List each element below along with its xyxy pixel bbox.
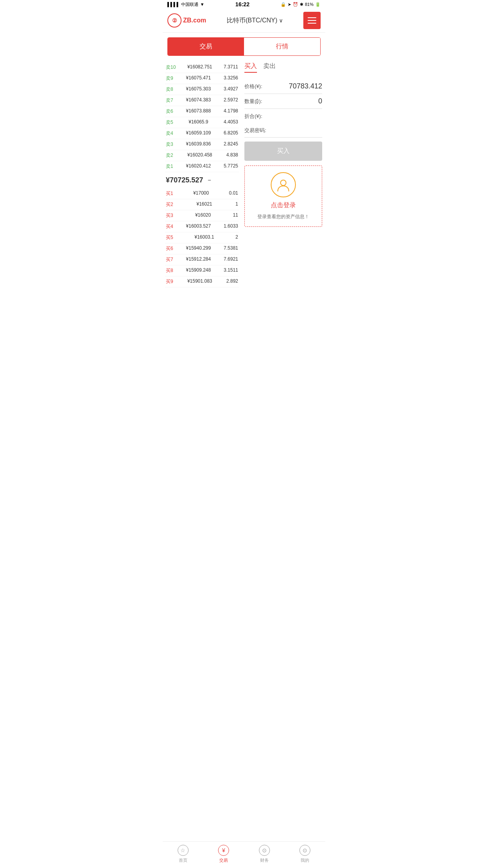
buy-sell-tabs: 买入 卖出 xyxy=(244,62,322,75)
status-bar: ▌▌▌▌ 中国联通 ▼ 16:22 🔒 ➤ ⏰ ✱ 81% 🔋 xyxy=(163,0,325,9)
buy-button[interactable]: 买入 xyxy=(244,142,322,161)
user-avatar-icon xyxy=(271,172,296,197)
svg-point-0 xyxy=(281,180,286,186)
carrier-label: 中国联通 xyxy=(181,2,198,7)
tab-sell[interactable]: 卖出 xyxy=(263,62,276,73)
buy-orders: 买1 ¥17000 0.01 买2 ¥16021 1 买3 ¥16020 11 … xyxy=(165,188,239,287)
header-title[interactable]: 比特币(BTC/CNY) ∨ xyxy=(227,17,283,25)
logo-circle: ② xyxy=(167,13,182,28)
battery-icon: 🔋 xyxy=(315,2,321,7)
login-prompt[interactable]: 点击登录 登录查看您的资产信息！ xyxy=(244,166,322,227)
current-price: ¥70725.527 xyxy=(166,176,203,184)
alarm-icon: ⏰ xyxy=(293,2,298,7)
sell-order-row[interactable]: 卖4 ¥16059.109 6.8205 xyxy=(165,128,239,139)
zhehe-label: 折合(¥): xyxy=(244,113,262,120)
lock-icon: 🔒 xyxy=(281,2,286,7)
sell-order-row[interactable]: 卖8 ¥16075.303 3.4927 xyxy=(165,84,239,95)
password-field[interactable]: 交易密码: xyxy=(244,124,322,138)
sell-order-row[interactable]: 卖5 ¥16065.9 4.4053 xyxy=(165,117,239,128)
buy-order-row[interactable]: 买7 ¥15912.284 7.6921 xyxy=(165,254,239,265)
status-time: 16:22 xyxy=(235,1,250,7)
tab-buy[interactable]: 买入 xyxy=(244,62,257,73)
status-left: ▌▌▌▌ 中国联通 ▼ xyxy=(167,2,204,7)
qty-field[interactable]: 数量(₿): 0 xyxy=(244,94,322,109)
qty-value: 0 xyxy=(318,97,322,105)
price-label: 价格(¥): xyxy=(244,83,262,90)
buy-order-row[interactable]: 买9 ¥15901.083 2.892 xyxy=(165,276,239,287)
chevron-down-icon: ∨ xyxy=(279,17,283,24)
password-label: 交易密码: xyxy=(244,127,266,134)
sell-order-row[interactable]: 卖1 ¥16020.412 5.7725 xyxy=(165,161,239,172)
tab-trade[interactable]: 交易 xyxy=(168,38,244,55)
main-content: 卖10 ¥16082.751 7.3711 卖9 ¥16075.471 3.32… xyxy=(163,61,325,289)
buy-order-row[interactable]: 买4 ¥16003.527 1.6033 xyxy=(165,221,239,232)
app-header: ② ZB.com 比特币(BTC/CNY) ∨ xyxy=(163,9,325,33)
zhehe-field: 折合(¥): xyxy=(244,109,322,124)
qty-label: 数量(₿): xyxy=(244,98,262,105)
menu-line-1 xyxy=(308,17,316,18)
sell-order-row[interactable]: 卖9 ¥16075.471 3.3256 xyxy=(165,73,239,84)
logo: ② ZB.com xyxy=(167,13,206,28)
signal-icon: ▌▌▌▌ xyxy=(167,2,180,7)
sell-orders: 卖10 ¥16082.751 7.3711 卖9 ¥16075.471 3.32… xyxy=(165,62,239,172)
trade-panel: 买入 卖出 价格(¥): 70783.412 数量(₿): 0 折合(¥): xyxy=(241,61,325,289)
pair-label: 比特币(BTC/CNY) xyxy=(227,17,277,25)
sell-order-row[interactable]: 卖10 ¥16082.751 7.3711 xyxy=(165,62,239,73)
logo-text: ZB.com xyxy=(183,17,206,24)
buy-order-row[interactable]: 买1 ¥17000 0.01 xyxy=(165,188,239,199)
menu-line-2 xyxy=(308,20,316,21)
price-change-indicator: － xyxy=(206,176,213,184)
login-sub-text: 登录查看您的资产信息！ xyxy=(257,213,309,220)
battery-label: 81% xyxy=(305,2,314,7)
sell-order-row[interactable]: 卖7 ¥16074.383 2.5972 xyxy=(165,95,239,106)
buy-order-row[interactable]: 买2 ¥16021 1 xyxy=(165,199,239,210)
buy-order-row[interactable]: 买5 ¥16003.1 2 xyxy=(165,232,239,243)
tab-market[interactable]: 行情 xyxy=(244,38,320,55)
status-right: 🔒 ➤ ⏰ ✱ 81% 🔋 xyxy=(281,2,321,7)
location-icon: ➤ xyxy=(288,2,291,7)
bluetooth-icon: ✱ xyxy=(300,2,303,7)
buy-order-row[interactable]: 买3 ¥16020 11 xyxy=(165,210,239,221)
menu-button[interactable] xyxy=(303,12,321,29)
main-tab-bar: 交易 行情 xyxy=(167,37,321,56)
sell-order-row[interactable]: 卖6 ¥16073.888 4.1798 xyxy=(165,106,239,117)
order-book: 卖10 ¥16082.751 7.3711 卖9 ¥16075.471 3.32… xyxy=(163,61,241,289)
price-value: 70783.412 xyxy=(289,82,322,90)
buy-order-row[interactable]: 买6 ¥15940.299 7.5381 xyxy=(165,243,239,254)
login-text[interactable]: 点击登录 xyxy=(271,201,296,210)
sell-order-row[interactable]: 卖2 ¥16020.458 4.838 xyxy=(165,150,239,161)
wifi-icon: ▼ xyxy=(200,2,204,7)
price-field: 价格(¥): 70783.412 xyxy=(244,79,322,94)
sell-order-row[interactable]: 卖3 ¥16039.836 2.8245 xyxy=(165,139,239,150)
buy-order-row[interactable]: 买8 ¥15909.248 3.1511 xyxy=(165,265,239,276)
current-price-row: ¥70725.527 － xyxy=(165,172,239,188)
menu-line-3 xyxy=(308,23,316,24)
